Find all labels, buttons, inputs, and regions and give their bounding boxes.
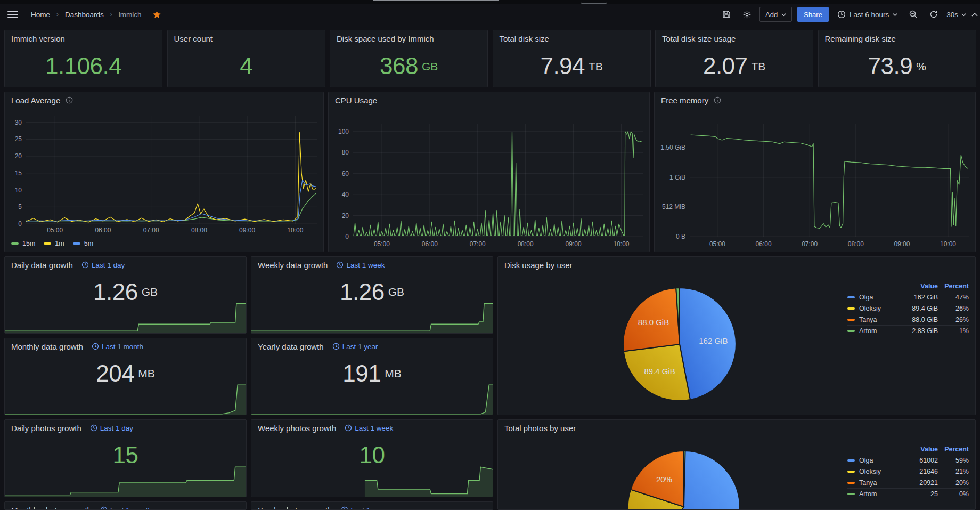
timeseries-panel-free-memory: Free memory0 B512 MiB1 GiB1.50 GiB05:000…	[654, 92, 976, 252]
legend-value: 89.4 GiB	[900, 305, 938, 312]
legend-item-5m[interactable]: 5m	[73, 240, 93, 247]
svg-text:09:00: 09:00	[239, 226, 255, 234]
panel-time-range-link[interactable]: Last 1 month	[92, 343, 143, 351]
legend-header-value[interactable]: Value	[900, 282, 938, 290]
svg-text:60: 60	[342, 170, 349, 177]
legend-row-Oleksiy[interactable]: Oleksiy2164621%	[847, 466, 969, 477]
panel-title: Yearly photos growth	[258, 506, 332, 510]
menu-icon[interactable]	[7, 11, 18, 18]
legend-row-Olga[interactable]: Olga162 GiB47%	[847, 292, 969, 303]
legend-row-Tanya[interactable]: Tanya2092120%	[847, 477, 969, 488]
svg-text:07:00: 07:00	[143, 226, 159, 234]
legend-item-1m[interactable]: 1m	[44, 240, 64, 247]
refresh-icon[interactable]	[926, 7, 941, 22]
svg-text:0: 0	[18, 220, 22, 228]
top-navbar: Home › Dashboards › immich Add	[0, 4, 980, 25]
stat-panel-daily-data-growth: Daily data growthLast 1 day1.26GB	[4, 256, 247, 334]
svg-text:05:00: 05:00	[374, 240, 390, 248]
panel-time-range-link[interactable]: Last 1 year	[341, 506, 387, 510]
svg-text:07:00: 07:00	[802, 240, 818, 248]
svg-text:08:00: 08:00	[848, 240, 864, 248]
share-button[interactable]: Share	[797, 7, 829, 22]
svg-text:100: 100	[338, 128, 349, 135]
svg-text:15: 15	[15, 169, 22, 177]
pie-legend-table: ValuePercentOlga162 GiB47%Oleksiy89.4 Gi…	[847, 280, 969, 336]
legend-header-value[interactable]: Value	[900, 446, 938, 453]
breadcrumb-home[interactable]: Home	[31, 11, 50, 19]
clock-icon	[90, 424, 97, 432]
gear-icon[interactable]	[739, 7, 754, 22]
panel-title: Disk space used by Immich	[337, 34, 434, 43]
legend-header-percent[interactable]: Percent	[938, 282, 969, 290]
panel-time-range-link[interactable]: Last 1 day	[90, 424, 133, 432]
stat-panel-total-disk-size-usage: Total disk size usage2.07TB	[655, 30, 813, 87]
panel-time-range-link[interactable]: Last 1 week	[345, 424, 393, 432]
legend-row-Oleksiy[interactable]: Oleksiy89.4 GiB26%	[847, 303, 969, 314]
add-button[interactable]: Add	[760, 7, 792, 22]
legend-series-name: Oleksiy	[859, 305, 900, 312]
svg-text:89.4 GiB: 89.4 GiB	[644, 367, 675, 376]
panel-header: User count	[168, 30, 325, 46]
svg-text:162 GiB: 162 GiB	[699, 336, 728, 345]
panel-title: Immich version	[11, 34, 65, 43]
panel-header: Monthly data growthLast 1 month	[5, 338, 246, 354]
panel-title: Daily data growth	[11, 261, 73, 270]
save-icon[interactable]	[719, 7, 734, 22]
legend-row-Tanya[interactable]: Tanya88.0 GiB26%	[847, 314, 969, 325]
caret-up-icon[interactable]	[971, 7, 978, 22]
sparkline	[5, 384, 246, 415]
refresh-interval-picker[interactable]: 30s	[946, 11, 966, 19]
panel-time-range-link[interactable]: Last 1 month	[100, 506, 152, 510]
legend-percent: 59%	[938, 457, 969, 464]
panel-time-range-link[interactable]: Last 1 year	[332, 343, 378, 351]
clock-icon	[336, 261, 344, 269]
stat-value: 1.106.4	[5, 48, 162, 84]
legend-series-name: Olga	[859, 457, 900, 464]
load-average-chart: 05101520253005:0006:0007:0008:0009:0010:…	[5, 92, 324, 252]
pie-panel-total-photos-by-user: Total photos by user20%ValuePercentOlga6…	[497, 419, 976, 510]
breadcrumb-dashboards[interactable]: Dashboards	[65, 11, 104, 19]
legend-row-Olga[interactable]: Olga6100259%	[847, 455, 969, 466]
svg-text:10:00: 10:00	[287, 226, 303, 234]
legend-row-Artom[interactable]: Artom2.83 GiB1%	[847, 325, 969, 336]
svg-text:10:00: 10:00	[614, 240, 630, 248]
panel-time-range-link[interactable]: Last 1 week	[336, 261, 385, 269]
legend-percent: 21%	[938, 468, 969, 475]
legend-series-name: Artom	[859, 490, 900, 498]
legend-item-15m[interactable]: 15m	[11, 240, 35, 247]
panel-time-range-link[interactable]: Last 1 day	[81, 261, 125, 269]
legend-value: 88.0 GiB	[900, 316, 938, 323]
panel-title: Remaining disk size	[825, 34, 896, 43]
svg-text:40: 40	[342, 191, 349, 198]
clock-icon	[100, 506, 108, 510]
legend-header-row: ValuePercent	[847, 280, 969, 292]
panel-header: Total disk size	[493, 30, 650, 46]
svg-text:0 B: 0 B	[676, 233, 685, 240]
legend-value: 25	[900, 490, 938, 498]
stat-panel-immich-version: Immich version1.106.4	[4, 30, 162, 87]
clock-icon	[341, 506, 348, 510]
legend-row-Artom[interactable]: Artom250%	[847, 488, 969, 499]
pie-legend-table: ValuePercentOlga6100259%Oleksiy2164621%T…	[847, 443, 969, 499]
legend-swatch	[847, 459, 855, 462]
star-icon[interactable]	[152, 10, 161, 19]
zoom-out-icon[interactable]	[906, 7, 921, 22]
panel-header: Total disk size usage	[656, 30, 813, 46]
stat-panel-disk-space-used-by-immich: Disk space used by Immich368GB	[330, 30, 488, 87]
svg-text:06:00: 06:00	[756, 240, 772, 248]
svg-text:06:00: 06:00	[422, 240, 438, 248]
panel-title: Weekly data growth	[258, 261, 328, 270]
panel-header: Daily photos growthLast 1 day	[5, 420, 246, 436]
free-memory-chart: 0 B512 MiB1 GiB1.50 GiB05:0006:0007:0008…	[655, 92, 976, 252]
stat-panel-weekly-photos-growth: Weekly photos growthLast 1 week10	[251, 419, 493, 497]
time-range-picker[interactable]: Last 6 hours	[834, 10, 901, 19]
sparkline	[251, 384, 493, 415]
stat-value: 368GB	[330, 48, 487, 84]
legend-series-name: Tanya	[859, 479, 900, 487]
legend-header-percent[interactable]: Percent	[938, 446, 969, 453]
navbar-actions: Add Share Last 6 hours 30s	[719, 7, 973, 22]
legend-value: 2.83 GiB	[900, 327, 938, 335]
legend-value: 20921	[900, 479, 938, 487]
panel-title: Monthly data growth	[11, 342, 83, 351]
breadcrumb: Home › Dashboards › immich	[7, 10, 161, 19]
